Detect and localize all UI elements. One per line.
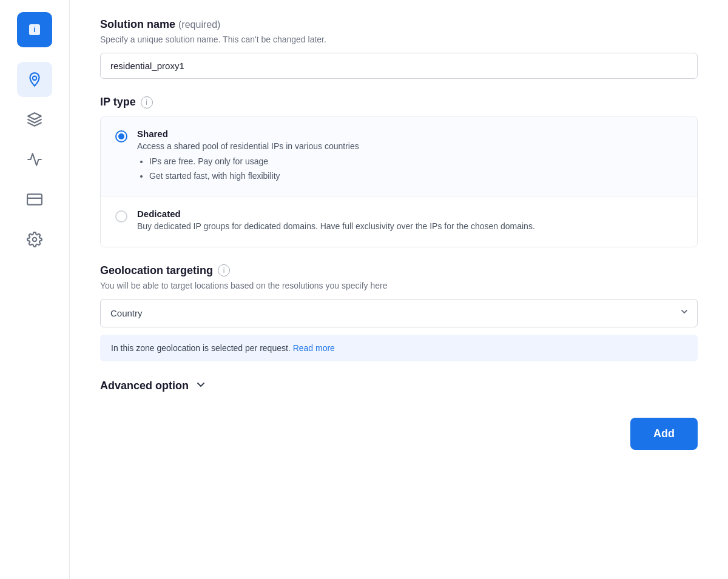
advanced-option-label: Advanced option	[100, 380, 189, 392]
ip-type-shared-title: Shared	[137, 129, 682, 139]
ip-type-section: IP type i Shared Access a shared pool of…	[100, 96, 698, 247]
svg-text:i: i	[33, 25, 36, 34]
main-content: Solution name (required) Specify a uniqu…	[70, 0, 728, 579]
ip-type-shared-desc: Access a shared pool of residential IPs …	[137, 141, 682, 151]
ip-type-shared-content: Shared Access a shared pool of residenti…	[137, 129, 682, 184]
geo-label-row: Geolocation targeting i	[100, 264, 698, 277]
svg-rect-4	[27, 194, 42, 204]
sidebar-item-analytics[interactable]	[17, 142, 52, 177]
sidebar-item-layers[interactable]	[17, 102, 52, 137]
footer-row: Add	[100, 418, 698, 450]
sidebar-top-icon[interactable]: i	[17, 12, 52, 47]
geo-info-icon[interactable]: i	[218, 264, 230, 276]
ip-type-label-row: IP type i	[100, 96, 698, 109]
geo-heading: Geolocation targeting	[100, 264, 213, 277]
ip-type-dedicated-card[interactable]: Dedicated Buy dedicated IP groups for de…	[101, 196, 697, 247]
ip-type-shared-card[interactable]: Shared Access a shared pool of residenti…	[101, 116, 697, 196]
ip-type-shared-radio[interactable]	[115, 130, 127, 142]
ip-type-info-icon[interactable]: i	[141, 96, 153, 109]
sidebar-item-settings[interactable]	[17, 222, 52, 257]
shared-bullet-2: Get started fast, with high flexibility	[149, 169, 682, 184]
country-select-wrapper: Country United States United Kingdom Ger…	[100, 299, 698, 327]
geo-read-more-link[interactable]: Read more	[293, 343, 335, 353]
geo-info-text: In this zone geolocation is selected per…	[111, 343, 291, 353]
ip-type-shared-bullets: IPs are free. Pay only for usage Get sta…	[137, 155, 682, 184]
solution-name-required: (required)	[178, 19, 220, 30]
solution-name-heading: Solution name (required)	[100, 18, 698, 31]
advanced-option-chevron	[195, 378, 207, 393]
shared-bullet-1: IPs are free. Pay only for usage	[149, 155, 682, 169]
geo-info-box: In this zone geolocation is selected per…	[100, 335, 698, 361]
solution-name-input[interactable]	[100, 53, 698, 79]
geo-desc: You will be able to target locations bas…	[100, 281, 698, 290]
svg-marker-3	[28, 113, 41, 119]
ip-type-dedicated-radio[interactable]	[115, 210, 127, 223]
country-select[interactable]: Country United States United Kingdom Ger…	[100, 299, 698, 327]
add-button[interactable]: Add	[630, 418, 698, 450]
svg-point-6	[33, 238, 37, 242]
solution-name-desc: Specify a unique solution name. This can…	[100, 35, 698, 44]
ip-type-radio-group: Shared Access a shared pool of residenti…	[100, 116, 698, 247]
sidebar-item-billing[interactable]	[17, 182, 52, 217]
sidebar-item-location[interactable]	[17, 62, 52, 97]
svg-point-2	[33, 76, 37, 80]
geo-section: Geolocation targeting i You will be able…	[100, 264, 698, 361]
ip-type-dedicated-content: Dedicated Buy dedicated IP groups for de…	[137, 209, 682, 235]
sidebar: i	[0, 0, 70, 579]
ip-type-dedicated-title: Dedicated	[137, 209, 682, 219]
ip-type-dedicated-desc: Buy dedicated IP groups for dedicated do…	[137, 221, 682, 231]
advanced-option-row[interactable]: Advanced option	[100, 378, 698, 393]
solution-name-section: Solution name (required) Specify a uniqu…	[100, 18, 698, 96]
ip-type-heading: IP type	[100, 96, 136, 109]
